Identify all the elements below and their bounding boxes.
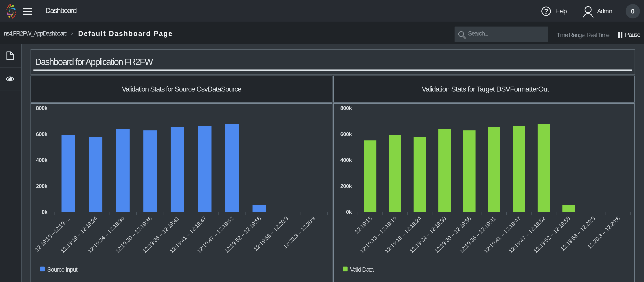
svg-text:200k: 200k bbox=[340, 183, 352, 189]
svg-text:0k: 0k bbox=[346, 209, 352, 215]
svg-text:200k: 200k bbox=[36, 183, 48, 189]
svg-text:600k: 600k bbox=[340, 131, 352, 137]
svg-text:800k: 800k bbox=[36, 105, 48, 111]
svg-text:Valid Data: Valid Data bbox=[350, 266, 374, 273]
svg-text:800k: 800k bbox=[340, 105, 352, 111]
svg-text:0k: 0k bbox=[42, 209, 48, 215]
svg-text:?: ? bbox=[544, 8, 548, 15]
svg-text:12:19:13: 12:19:13 bbox=[354, 215, 373, 235]
svg-text:400k: 400k bbox=[36, 157, 48, 163]
svg-text:Source Input: Source Input bbox=[47, 266, 78, 273]
svg-text:600k: 600k bbox=[36, 131, 48, 137]
svg-text:400k: 400k bbox=[340, 157, 352, 163]
